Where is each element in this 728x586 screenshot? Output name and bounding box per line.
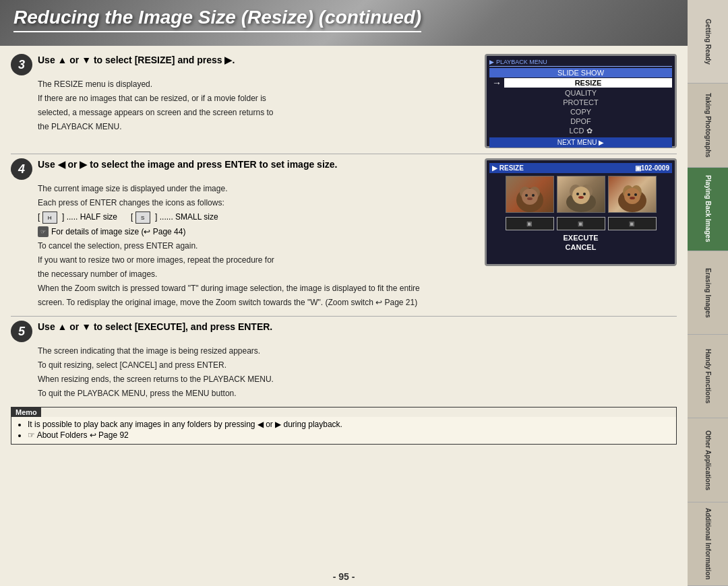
sidebar-tab-additional-info[interactable]: Additional Information	[688, 502, 728, 586]
step4-header: 4 Use ◀ or ▶ to select the image and pre…	[11, 158, 477, 180]
resize-header: ▶ RESIZE ▣102-0009	[489, 163, 672, 173]
step3-title: Use ▲ or ▼ to select [RESIZE] and press …	[38, 54, 235, 66]
memo-box: Memo It is possible to play back any ima…	[11, 407, 677, 445]
memo-header: Memo	[11, 408, 41, 417]
svg-point-4	[525, 194, 528, 197]
resize-icon-2: ▣	[557, 217, 605, 230]
menu-item-resize: RESIZE	[504, 78, 672, 88]
small-size-indicator: [ S ] ...... SMALL size	[131, 211, 218, 224]
execute-btn: EXECUTE	[489, 233, 672, 242]
step3-left: 3 Use ▲ or ▼ to select [RESIZE] and pres…	[11, 54, 477, 148]
image-item-2	[557, 176, 605, 213]
menu-item-dpof: DPOF	[489, 117, 672, 126]
next-menu-button: NEXT MENU ▶	[489, 137, 672, 148]
step5-section: 5 Use ▲ or ▼ to select [EXECUTE], and pr…	[11, 321, 677, 401]
step4-extra-body: To cancel the selection, press ENTER aga…	[38, 240, 477, 308]
menu-item-quality: QUALITY	[489, 88, 672, 98]
step3-body: The RESIZE menu is displayed. If there a…	[38, 78, 477, 133]
step5-body: The screen indicating that the image is …	[38, 345, 677, 399]
page-title: Reducing the Image Size (Resize) (contin…	[13, 7, 421, 32]
step4-number: 4	[11, 158, 32, 180]
sidebar-tab-getting-ready[interactable]: Getting Ready	[688, 0, 728, 84]
icon-row: ▣ ▣ ▣	[489, 217, 672, 230]
svg-point-5	[532, 194, 535, 197]
step5-header: 5 Use ▲ or ▼ to select [EXECUTE], and pr…	[11, 321, 677, 342]
image-thumbnails-row	[489, 176, 672, 213]
page-number: - 95 -	[333, 571, 355, 582]
resize-icon-3: ▣	[608, 217, 657, 230]
memo-item-1: It is possible to play back any images i…	[28, 420, 671, 429]
half-size-indicator: [ H ] ..... HALF size	[38, 211, 117, 224]
menu-item-slideshow: SLIDE SHOW	[489, 68, 672, 77]
image-item-1	[506, 176, 554, 213]
svg-point-10	[572, 187, 590, 204]
sidebar-tab-taking-photographs[interactable]: Taking Photographs	[688, 84, 728, 167]
svg-point-17	[624, 188, 640, 204]
thumbnail-3	[608, 176, 657, 213]
divider-1	[11, 154, 677, 154]
step4-section: 4 Use ◀ or ▶ to select the image and pre…	[11, 158, 677, 311]
cancel-btn: CANCEL	[489, 242, 672, 252]
small-icon: S	[135, 211, 150, 224]
resize-screen: ▶ RESIZE ▣102-0009	[485, 158, 677, 266]
note-line: ☞ For details of image size (↩ Page 44)	[38, 226, 477, 237]
step4-title: Use ◀ or ▶ to select the image and press…	[38, 158, 337, 170]
menu-item-copy: COPY	[489, 107, 672, 117]
step4-screen: ▶ RESIZE ▣102-0009	[485, 158, 677, 311]
icon-size-row: [ H ] ..... HALF size [ S ] ...... SMALL…	[38, 211, 477, 224]
note-icon: ☞	[38, 226, 49, 237]
svg-point-12	[583, 193, 586, 195]
sidebar: Getting Ready Taking Photographs Playing…	[688, 0, 728, 586]
thumbnail-1	[506, 176, 554, 213]
playback-menu-screen: ▶ PLAYBACK MENU SLIDE SHOW → RESIZE QUAL…	[485, 54, 677, 148]
step3-section: 3 Use ▲ or ▼ to select [RESIZE] and pres…	[11, 54, 677, 148]
svg-point-6	[527, 197, 533, 200]
step5-number: 5	[11, 321, 32, 342]
svg-point-18	[628, 193, 630, 196]
step5-left: 5 Use ▲ or ▼ to select [EXECUTE], and pr…	[11, 321, 677, 401]
svg-point-3	[522, 189, 538, 205]
memo-item-2: ☞ About Folders ↩ Page 92	[28, 430, 671, 440]
step3-number: 3	[11, 54, 32, 75]
menu-item-lcd: LCD ✿	[489, 126, 672, 136]
image-item-3	[608, 176, 657, 213]
half-icon: H	[42, 211, 57, 224]
thumbnail-2	[557, 176, 605, 213]
svg-point-20	[630, 197, 635, 199]
memo-list: It is possible to play back any images i…	[28, 420, 671, 440]
step5-title: Use ▲ or ▼ to select [EXECUTE], and pres…	[38, 321, 272, 333]
sidebar-tab-other-applications[interactable]: Other Applications	[688, 418, 728, 502]
svg-point-19	[634, 193, 637, 196]
step4-left: 4 Use ◀ or ▶ to select the image and pre…	[11, 158, 477, 311]
playback-menu-label: ▶ PLAYBACK MENU	[489, 59, 672, 67]
sidebar-tab-handy-functions[interactable]: Handy Functions	[688, 335, 728, 418]
step3-screen: ▶ PLAYBACK MENU SLIDE SHOW → RESIZE QUAL…	[485, 54, 677, 148]
main-content: 3 Use ▲ or ▼ to select [RESIZE] and pres…	[0, 46, 688, 586]
svg-point-13	[578, 196, 584, 199]
sidebar-tab-playing-back[interactable]: Playing Back Images	[688, 168, 728, 251]
memo-content: It is possible to play back any images i…	[11, 417, 676, 444]
step3-header: 3 Use ▲ or ▼ to select [RESIZE] and pres…	[11, 54, 477, 75]
divider-2	[11, 316, 677, 317]
resize-icon-1: ▣	[506, 217, 554, 230]
step4-body: The current image size is displayed unde…	[38, 183, 477, 209]
sidebar-tab-erasing[interactable]: Erasing Images	[688, 251, 728, 335]
svg-point-11	[576, 193, 579, 195]
menu-item-protect: PROTECT	[489, 98, 672, 107]
